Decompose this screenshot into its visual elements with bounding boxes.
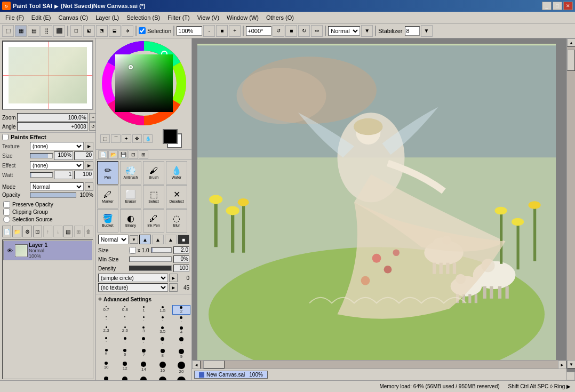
brush-size-item[interactable]: 30 — [116, 375, 134, 380]
h-scroll-thumb[interactable] — [203, 361, 225, 369]
brush-size-item[interactable]: 3 — [134, 325, 153, 335]
zoom-plus[interactable]: + — [229, 25, 241, 37]
mode-select[interactable]: Normal — [30, 182, 84, 191]
brush-tool[interactable]: 🖌 Brush — [143, 161, 164, 185]
opacity-slider[interactable] — [30, 193, 76, 198]
canvas-painting[interactable] — [197, 44, 556, 366]
toolbar-hatch-select[interactable]: ▤ — [28, 25, 39, 37]
size-lock-check[interactable] — [129, 247, 136, 254]
zoom-input[interactable] — [177, 26, 202, 36]
brush-size-item[interactable]: 5 — [97, 348, 115, 360]
brush-size-item[interactable]: 8 — [154, 348, 172, 360]
close-button[interactable]: ✕ — [563, 2, 573, 10]
eraser-tool[interactable]: ⬜ Eraser — [120, 185, 141, 209]
brush-size-item[interactable]: 40 — [154, 375, 172, 380]
selection-checkbox[interactable] — [139, 27, 146, 34]
scroll-left-btn[interactable]: ◄ — [192, 361, 201, 369]
layer-visibility-1[interactable]: 👁 — [5, 246, 14, 255]
toolbar-nav-5[interactable]: ⬗ — [122, 25, 133, 37]
effect-select[interactable]: (none) — [30, 161, 84, 170]
maximize-button[interactable]: □ — [553, 2, 562, 10]
toolbar-nav-2[interactable]: ⬕ — [83, 25, 95, 37]
brush-size-item[interactable]: 50 — [172, 375, 190, 380]
brush-size-item[interactable]: 6 — [116, 348, 134, 360]
toolbar-rect-select[interactable]: ⬚ — [2, 25, 14, 37]
toolbar-nav-4[interactable]: ⬓ — [109, 25, 121, 37]
scroll-up-btn[interactable]: ▲ — [567, 38, 575, 47]
layer-extra-btn[interactable]: ⊡ — [33, 226, 42, 237]
stabilizer-dropdown[interactable]: ▼ — [421, 25, 433, 37]
airbrush-tool[interactable]: 💨 AirBrush — [120, 161, 141, 185]
menu-filter[interactable]: Filter (T) — [164, 13, 193, 22]
brush-size-item[interactable]: 14 — [134, 361, 153, 375]
rotate-left[interactable]: ↺ — [273, 25, 284, 37]
shape-sharp-btn[interactable]: ▲ — [165, 235, 177, 244]
texture-select[interactable]: (none) — [30, 142, 84, 150]
zoom-actual-mini[interactable]: ⊞ — [139, 150, 148, 159]
wand-btn[interactable]: ✦ — [122, 134, 131, 143]
zoom-reset[interactable]: ■ — [216, 25, 228, 37]
scroll-down-btn[interactable]: ▼ — [567, 360, 575, 369]
v-scroll-thumb[interactable] — [567, 50, 575, 71]
marker-tool[interactable]: 🖊 Marker — [97, 185, 118, 209]
brush-texture-btn[interactable]: ▶ — [169, 283, 178, 292]
fg-swatch[interactable] — [163, 129, 178, 144]
selection-source-radio[interactable] — [3, 216, 10, 223]
rotate-reset[interactable]: ■ — [285, 25, 297, 37]
effect-browse[interactable]: ▶ — [85, 161, 93, 170]
toolbar-mode-btn[interactable]: ⬛ — [53, 25, 65, 37]
brush-size-item[interactable]: 10 — [97, 361, 115, 375]
brush-size-item[interactable]: · — [172, 315, 190, 325]
size-slider-bar[interactable] — [151, 247, 172, 253]
toolbar-nav-3[interactable]: ⬔ — [96, 25, 108, 37]
brush-size-item[interactable]: 16 — [154, 361, 172, 375]
brush-size-item[interactable]: · — [116, 315, 134, 325]
h-scroll-track[interactable] — [201, 361, 558, 369]
brush-size-item[interactable]: 7 — [134, 348, 153, 360]
brush-size-item[interactable]: 2 — [172, 305, 190, 315]
water-tool[interactable]: 💧 Water — [166, 161, 187, 185]
brush-size-item[interactable]: 20 — [172, 361, 190, 375]
rect-marquee-btn[interactable]: ⬚ — [100, 134, 110, 143]
brush-size-item[interactable]: 0.7 — [97, 305, 115, 315]
toolbar-fill-select[interactable]: ▦ — [15, 25, 27, 37]
menu-window[interactable]: Window (W) — [223, 13, 262, 22]
brush-size-item[interactable]: 12 — [116, 361, 134, 375]
size-slider[interactable] — [30, 153, 53, 158]
inkpen-tool[interactable]: 🖋 Ink Pen — [143, 209, 164, 233]
shape-round-btn[interactable]: ▲ — [139, 235, 151, 244]
new-folder-btn[interactable]: 📁 — [12, 226, 21, 237]
brush-size-item[interactable]: 0.8 — [116, 305, 134, 315]
zoom-fit-mini[interactable]: ⊡ — [129, 150, 138, 159]
layer-fill-btn[interactable]: ▧ — [63, 226, 73, 237]
brush-size-item[interactable]: 2.3 — [97, 325, 115, 335]
adv-header[interactable]: + Advanced Settings — [98, 295, 189, 303]
brush-mode-select[interactable]: Normal — [98, 235, 129, 244]
brush-size-item[interactable]: 35 — [134, 375, 153, 380]
pen-tool[interactable]: ✏ Pen — [97, 161, 118, 185]
angle-ccw-btn[interactable]: ↺ — [89, 122, 96, 131]
zoom-in-btn[interactable]: + — [89, 113, 96, 122]
brush-size-item[interactable]: · — [134, 336, 153, 347]
brush-size-item[interactable]: 1.5 — [154, 305, 172, 315]
preserve-opacity-check[interactable] — [3, 201, 10, 208]
shape-flat-btn[interactable]: ▲ — [152, 235, 164, 244]
mode-dropdown[interactable]: ▼ — [85, 182, 93, 191]
select-tool[interactable]: ⬚ Select — [143, 185, 164, 209]
eyedrop-btn[interactable]: 💧 — [143, 134, 153, 143]
texture-browse[interactable]: ▶ — [85, 142, 93, 150]
watt-slider[interactable] — [30, 172, 53, 178]
menu-selection[interactable]: Selection (S) — [123, 13, 163, 22]
brush-size-item[interactable]: · — [172, 336, 190, 347]
h-scrollbar[interactable]: ◄ ► — [192, 360, 566, 369]
menu-edit[interactable]: Edit (E) — [28, 13, 54, 22]
brush-size-item[interactable]: 2.6 — [116, 325, 134, 335]
canvas-tab-1[interactable]: New Canvas.sai 100% — [194, 371, 268, 379]
v-scrollbar[interactable]: ▲ ▼ — [566, 38, 575, 369]
lasso-btn[interactable]: ⌒ — [111, 134, 121, 143]
new-layer-btn[interactable]: 📄 — [2, 226, 11, 237]
menu-layer[interactable]: Layer (L) — [92, 13, 122, 22]
minimize-button[interactable]: _ — [542, 2, 552, 10]
density-slider[interactable] — [129, 266, 172, 271]
menu-view[interactable]: View (V) — [194, 13, 222, 22]
